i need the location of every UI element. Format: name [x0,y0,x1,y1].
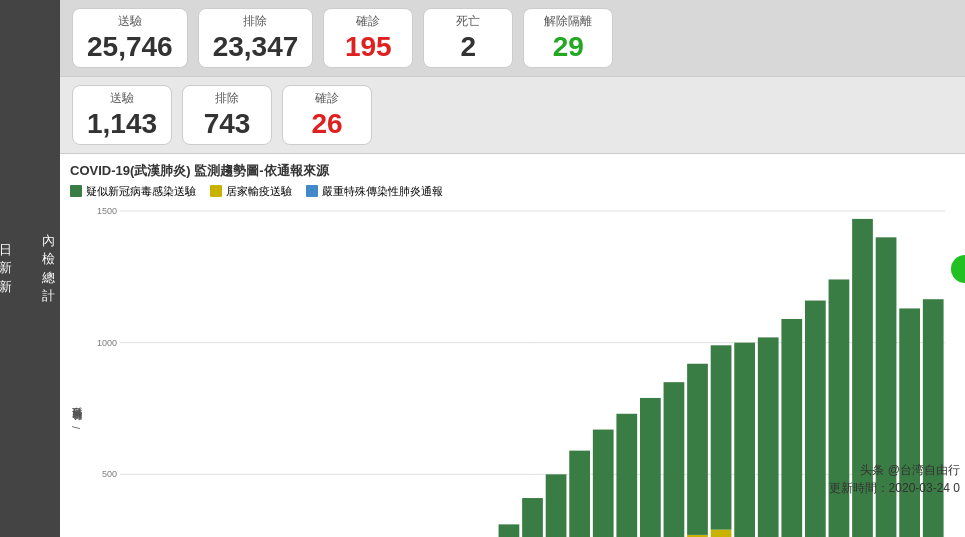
legend-item-blue: 嚴重特殊傳染性肺炎通報 [306,184,443,199]
stat-card-excluded: 排除 23,347 [198,8,314,68]
sidebar: 內檢 總計 日新 新 [0,0,60,537]
daily-card-sent: 送驗 1,143 [72,85,172,145]
stat-card-death: 死亡 2 [423,8,513,68]
stat-label-released: 解除隔離 [544,13,592,30]
daily-value-confirmed: 26 [312,109,343,140]
stat-label-excluded: 排除 [243,13,267,30]
stat-value-excluded: 23,347 [213,32,299,63]
stat-label-sent: 送驗 [118,13,142,30]
daily-stats-section: 送驗 1,143 排除 743 確診 26 [60,77,965,154]
legend-label-blue: 嚴重特殊傳染性肺炎通報 [322,184,443,199]
daily-label-excluded: 排除 [215,90,239,107]
total-stats-section: 送驗 25,746 排除 23,347 確診 195 死亡 2 解除隔離 29 [60,0,965,77]
legend-dot-blue [306,185,318,197]
stat-label-confirmed: 確診 [356,13,380,30]
chart-inner: 通報日 [88,203,955,537]
legend-dot-green [70,185,82,197]
stat-value-released: 29 [553,32,584,63]
stat-card-confirmed: 確診 195 [323,8,413,68]
legend-label-green: 疑似新冠病毒感染送驗 [86,184,196,199]
legend-item-yellow: 居家輸疫送驗 [210,184,292,199]
legend-item-green: 疑似新冠病毒感染送驗 [70,184,196,199]
chart-section: COVID-19(武漢肺炎) 監測趨勢圖-依通報來源 疑似新冠病毒感染送驗 居家… [60,154,965,537]
stat-card-released: 解除隔離 29 [523,8,613,68]
daily-value-excluded: 743 [204,109,251,140]
legend-label-yellow: 居家輸疫送驗 [226,184,292,199]
legend-dot-yellow [210,185,222,197]
main-content: 送驗 25,746 排除 23,347 確診 195 死亡 2 解除隔離 29 … [60,0,965,537]
stat-card-sent: 送驗 25,746 [72,8,188,68]
sidebar-label-total: 內檢 總計 [42,232,55,305]
daily-value-sent: 1,143 [87,109,157,140]
chart-area: 檢驗數/通報數 通報日 [70,203,955,537]
chart-legend: 疑似新冠病毒感染送驗 居家輸疫送驗 嚴重特殊傳染性肺炎通報 [70,184,955,199]
chart-canvas [88,203,955,537]
stat-value-sent: 25,746 [87,32,173,63]
daily-card-excluded: 排除 743 [182,85,272,145]
stat-value-confirmed: 195 [345,32,392,63]
stat-value-death: 2 [460,32,476,63]
y-axis-label: 檢驗數/通報數 [70,203,84,537]
watermark-line1: 头条 @台湾自由行 [829,461,960,479]
watermark: 头条 @台湾自由行 更新時間：2020-03-24 0 [829,461,960,497]
stat-label-death: 死亡 [456,13,480,30]
daily-label-sent: 送驗 [110,90,134,107]
watermark-line2: 更新時間：2020-03-24 0 [829,479,960,497]
daily-card-confirmed: 確診 26 [282,85,372,145]
chart-title: COVID-19(武漢肺炎) 監測趨勢圖-依通報來源 [70,162,955,180]
sidebar-label-daily: 日新 新 [0,241,12,296]
daily-label-confirmed: 確診 [315,90,339,107]
